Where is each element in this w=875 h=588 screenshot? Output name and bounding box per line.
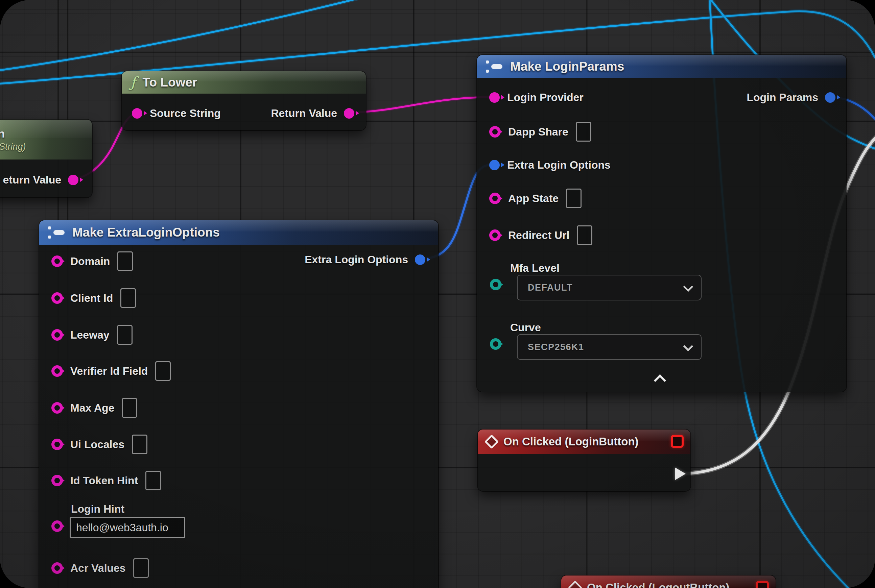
mfa-level-value: DEFAULT <box>528 282 573 293</box>
value-input-acr-values[interactable] <box>133 558 149 578</box>
value-input-leeway[interactable] <box>117 325 132 345</box>
node-header[interactable]: Make ExtraLoginOptions <box>39 220 438 244</box>
make-struct-icon <box>486 59 504 74</box>
pin-label-mfa-level: Mfa Level <box>510 262 559 274</box>
pin-label: Leeway <box>70 329 110 341</box>
node-make-login-params[interactable]: Make LoginParams Login Provider Login Pa… <box>477 55 846 392</box>
string-pin-client-id[interactable] <box>51 292 63 304</box>
node-header[interactable]: tion ox (String) <box>0 120 92 159</box>
struct-pin-extra-login-options[interactable] <box>489 160 500 170</box>
delegate-pin[interactable] <box>756 581 769 588</box>
string-pin-app-state[interactable] <box>489 193 501 204</box>
value-input-domain[interactable] <box>117 251 133 271</box>
string-pin-login-hint[interactable] <box>51 520 63 532</box>
event-diamond-icon <box>484 435 499 449</box>
pin-label: eturn Value <box>3 174 62 186</box>
enum-pin-mfa-level[interactable] <box>490 279 501 290</box>
string-pin-return-value[interactable] <box>344 108 354 118</box>
pin-label: App State <box>508 192 559 205</box>
pin-label: Client Id <box>70 292 113 304</box>
struct-pin-output[interactable] <box>415 255 425 265</box>
string-pin-domain[interactable] <box>51 255 63 267</box>
pin-label: Domain <box>70 255 110 268</box>
string-pin-id-token-hint[interactable] <box>51 475 63 486</box>
pin-label: Redirect Url <box>508 229 569 242</box>
pin-label: Ui Locales <box>70 438 125 451</box>
node-on-clicked-login-button[interactable]: On Clicked (LoginButton) <box>478 429 690 491</box>
pin-label: Acr Values <box>70 562 126 574</box>
blueprint-graph-canvas[interactable]: tion ox (String) eturn Value ƒ To Lower … <box>0 0 875 588</box>
pin-label-curve: Curve <box>510 321 541 334</box>
curve-value: SECP256K1 <box>528 342 584 352</box>
make-struct-icon <box>48 225 66 240</box>
curve-dropdown[interactable]: SECP256K1 <box>517 334 702 360</box>
value-input-id-token-hint[interactable] <box>145 471 161 490</box>
pin-label: Extra Login Options <box>507 159 610 171</box>
function-icon: ƒ <box>131 75 136 90</box>
string-pin-login-provider[interactable] <box>489 92 500 103</box>
value-input-dapp-share[interactable] <box>576 122 591 142</box>
event-diamond-icon <box>568 580 582 588</box>
node-title: To Lower <box>143 75 197 90</box>
chevron-down-icon <box>683 282 693 292</box>
struct-pin-login-params[interactable] <box>825 92 836 103</box>
pin-label-login-hint: Login Hint <box>71 503 125 515</box>
node-title: On Clicked (LoginButton) <box>504 435 639 448</box>
string-pin-output[interactable] <box>68 175 78 185</box>
string-pin-max-age[interactable] <box>51 402 63 414</box>
string-pin-source-string[interactable] <box>132 108 142 118</box>
value-input-max-age[interactable] <box>122 398 137 418</box>
node-title: tion <box>0 127 5 140</box>
mfa-level-dropdown[interactable]: DEFAULT <box>517 275 702 300</box>
exec-pin-output[interactable] <box>675 467 686 480</box>
node-header[interactable]: Make LoginParams <box>477 55 846 78</box>
pin-label: Login Params <box>747 91 818 104</box>
value-input-ui-locales[interactable] <box>132 435 147 454</box>
string-pin-leeway[interactable] <box>51 329 63 340</box>
node-header[interactable]: ƒ To Lower <box>122 71 366 94</box>
value-input-client-id[interactable] <box>120 288 136 308</box>
pin-label: Dapp Share <box>508 126 568 138</box>
pin-label: Id Token Hint <box>70 474 138 487</box>
value-input-app-state[interactable] <box>566 189 582 208</box>
chevron-down-icon <box>683 341 693 351</box>
string-pin-dapp-share[interactable] <box>489 126 501 138</box>
string-pin-verifier-id-field[interactable] <box>51 365 63 377</box>
login-hint-input[interactable] <box>70 517 185 538</box>
pin-label: Source String <box>150 107 221 120</box>
pin-label: Max Age <box>70 402 114 414</box>
pin-label: Return Value <box>271 107 337 120</box>
node-make-extra-login-options[interactable]: Make ExtraLoginOptions Extra Login Optio… <box>39 220 438 588</box>
wire-cyan-1 <box>0 0 389 72</box>
node-to-lower[interactable]: ƒ To Lower Source String Return Value <box>122 71 366 130</box>
string-pin-ui-locales[interactable] <box>51 439 63 450</box>
node-title: Make LoginParams <box>510 60 624 74</box>
delegate-pin[interactable] <box>671 435 684 448</box>
value-input-redirect-url[interactable] <box>577 225 592 245</box>
pin-label: Login Provider <box>507 91 583 104</box>
collapse-node-chevron-icon[interactable] <box>654 374 666 387</box>
node-text-getter[interactable]: tion ox (String) eturn Value <box>0 120 92 197</box>
enum-pin-curve[interactable] <box>490 338 501 350</box>
node-subtitle: ox (String) <box>0 142 26 152</box>
string-pin-acr-values[interactable] <box>51 562 63 574</box>
node-title: On Clicked (LogoutButton) <box>587 581 730 588</box>
node-title: Make ExtraLoginOptions <box>72 225 220 240</box>
value-input-verifier-id-field[interactable] <box>155 361 171 381</box>
pin-label: Verifier Id Field <box>70 365 148 378</box>
node-header[interactable]: On Clicked (LogoutButton) <box>561 576 776 588</box>
node-on-clicked-logout-button[interactable]: On Clicked (LogoutButton) <box>561 576 776 588</box>
node-header[interactable]: On Clicked (LoginButton) <box>478 429 690 454</box>
pin-label: Extra Login Options <box>305 254 408 266</box>
string-pin-redirect-url[interactable] <box>489 230 501 241</box>
